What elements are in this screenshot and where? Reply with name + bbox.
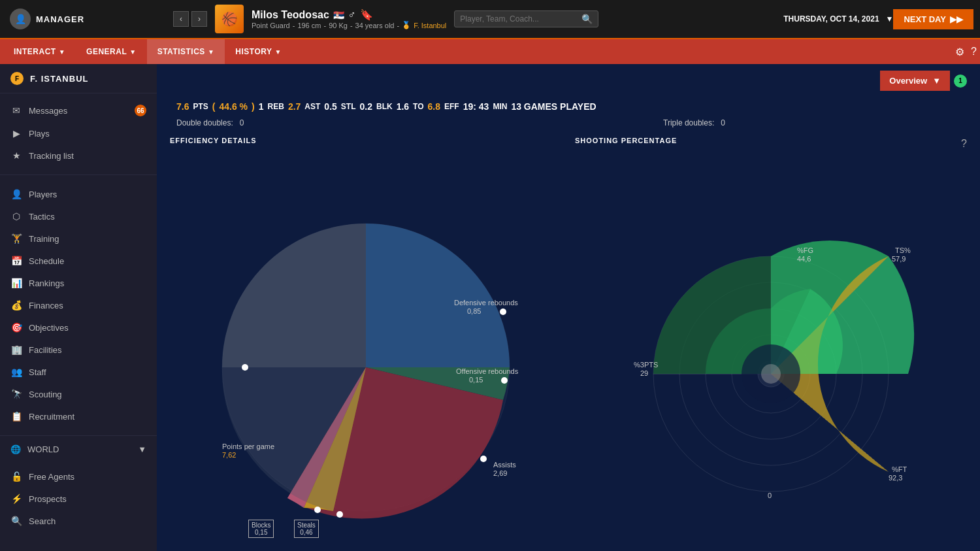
world-label: WORLD (27, 444, 59, 454)
svg-text:2,69: 2,69 (493, 469, 507, 477)
svg-text:57,9: 57,9 (892, 255, 906, 263)
player-team[interactable]: F. Istanbul (414, 22, 446, 29)
sidebar-item-scouting[interactable]: 🔭 Scouting (0, 383, 157, 405)
prev-arrow[interactable]: ‹ (173, 11, 189, 27)
svg-text:0,85: 0,85 (467, 307, 481, 315)
tab-general[interactable]: GENERAL ▼ (76, 39, 147, 64)
sidebar-item-messages[interactable]: ✉ Messages 66 (0, 99, 157, 122)
sidebar-item-plays[interactable]: ▶ Plays (0, 122, 157, 144)
svg-text:29: 29 (640, 369, 648, 377)
next-arrow[interactable]: › (191, 11, 207, 27)
efficiency-chart: Points per game 7,62 Defensive rebounds … (170, 151, 562, 544)
svg-point-29 (761, 364, 781, 384)
svg-text:92,3: 92,3 (889, 474, 902, 482)
sidebar-team[interactable]: F F. ISTANBUL (0, 64, 157, 93)
schedule-icon: 📅 (10, 256, 22, 266)
svg-text:0,15: 0,15 (469, 376, 483, 384)
svg-text:44,6: 44,6 (797, 255, 811, 263)
tactics-icon: ⬡ (10, 211, 22, 222)
sidebar-item-search[interactable]: 🔍 Search (0, 510, 157, 532)
sidebar-item-players[interactable]: 👤 Players (0, 183, 157, 205)
next-day-arrow-icon: ▶▶ (950, 14, 963, 24)
shooting-title: SHOOTING PERCENTAGE (575, 137, 677, 144)
sidebar-item-tracking[interactable]: ★ Tracking list (0, 144, 157, 167)
svg-text:Assists: Assists (493, 461, 516, 469)
shooting-help-icon[interactable]: ? (961, 138, 967, 150)
settings-icon[interactable]: ⚙ (955, 46, 964, 58)
charts-section: EFFICIENCY DETAILS (157, 130, 980, 551)
recruitment-icon: 📋 (10, 411, 22, 422)
overview-label: Overview (889, 76, 927, 86)
sidebar-item-training[interactable]: 🏋 Training (0, 227, 157, 250)
search-input[interactable] (460, 14, 578, 24)
help-icon[interactable]: ? (971, 46, 977, 58)
search-bar[interactable]: 🔍 (454, 10, 598, 27)
player-flag: 🇷🇸 (333, 10, 344, 20)
sidebar-label-scouting: Scouting (29, 390, 62, 399)
svg-point-2 (500, 309, 506, 315)
date-section: THURSDAY, OCT 14, 2021 ▼ (783, 14, 893, 24)
triple-doubles-label: Triple doubles: (663, 118, 714, 127)
sidebar-item-finances[interactable]: 💰 Finances (0, 294, 157, 316)
tracking-icon: ★ (10, 150, 22, 161)
world-left: 🌐 WORLD (10, 444, 59, 454)
content-area: Overview ▼ 1 7.6 PTS (44.6 %) 1 REB 2.7 … (157, 64, 980, 551)
efficiency-title: EFFICIENCY DETAILS (170, 137, 562, 144)
sidebar-item-objectives[interactable]: 🎯 Objectives (0, 316, 157, 339)
plays-icon: ▶ (10, 128, 22, 139)
objectives-icon: 🎯 (10, 322, 22, 333)
sidebar-label-players: Players (29, 190, 57, 199)
sidebar-label-tactics: Tactics (29, 212, 55, 222)
sidebar-label-objectives: Objectives (29, 323, 69, 333)
sidebar-item-staff[interactable]: 👥 Staff (0, 361, 157, 383)
shooting-svg: %FG 44,6 TS% 57,9 %3PTS 29 %FT 92,3 0 (608, 191, 934, 505)
stats-row: 7.6 PTS (44.6 %) 1 REB 2.7 AST 0.5 STL 0… (157, 97, 980, 116)
search-sidebar-icon: 🔍 (10, 516, 22, 526)
svg-text:Points per game: Points per game (222, 442, 274, 450)
sidebar-label-staff: Staff (29, 367, 46, 377)
sidebar-item-rankings[interactable]: 📊 Rankings (0, 272, 157, 294)
manager-label: MANAGER (36, 14, 84, 24)
date-dropdown-icon[interactable]: ▼ (886, 14, 894, 24)
shooting-panel: SHOOTING PERCENTAGE ? (575, 137, 967, 544)
svg-text:0: 0 (768, 492, 772, 499)
content-header: Overview ▼ 1 (157, 64, 980, 97)
double-doubles-label: Double doubles: (176, 118, 233, 127)
sidebar-item-prospects[interactable]: ⚡ Prospects (0, 488, 157, 510)
sidebar-item-free-agents[interactable]: 🔓 Free Agents (0, 465, 157, 488)
sidebar-item-recruitment[interactable]: 📋 Recruitment (0, 405, 157, 427)
svg-point-6 (336, 511, 343, 518)
shooting-chart: %FG 44,6 TS% 57,9 %3PTS 29 %FT 92,3 0 (575, 151, 967, 544)
tab-interact[interactable]: INTERACT ▼ (3, 39, 76, 64)
sidebar-world-section[interactable]: 🌐 WORLD ▼ (0, 439, 157, 460)
free-agents-icon: 🔓 (10, 471, 22, 482)
svg-text:TS%: TS% (895, 246, 911, 254)
sidebar-item-schedule[interactable]: 📅 Schedule (0, 250, 157, 272)
training-icon: 🏋 (10, 233, 22, 244)
team-badge: F (10, 72, 24, 85)
double-doubles-value: 0 (240, 118, 244, 127)
players-icon: 👤 (10, 189, 22, 199)
sidebar-item-tactics[interactable]: ⬡ Tactics (0, 205, 157, 227)
tab-statistics[interactable]: STATISTICS ▼ (147, 39, 225, 64)
efficiency-panel: EFFICIENCY DETAILS (170, 137, 562, 544)
manager-avatar: 👤 (10, 8, 31, 29)
sidebar-label-free-agents: Free Agents (29, 472, 74, 482)
sidebar-label-search: Search (29, 516, 56, 526)
stat-pts: 7.6 (176, 101, 189, 112)
tab-history[interactable]: HISTORY ▼ (225, 39, 292, 64)
search-icon: 🔍 (581, 14, 593, 24)
svg-point-5 (314, 507, 321, 513)
messages-icon: ✉ (10, 105, 22, 116)
player-info: Milos Teodosac 🇷🇸 ♂ 🔖 Point Guard - 196 … (252, 8, 446, 29)
nav-arrows: ‹ › (173, 11, 207, 27)
overview-dropdown[interactable]: Overview ▼ (880, 71, 950, 91)
sidebar-item-facilities[interactable]: 🏢 Facilities (0, 339, 157, 361)
next-day-button[interactable]: NEXT DAY ▶▶ (893, 9, 973, 29)
sidebar-label-finances: Finances (29, 301, 63, 310)
sidebar-label-prospects: Prospects (29, 494, 67, 504)
team-name: F. ISTANBUL (30, 74, 88, 84)
world-icon: 🌐 (10, 444, 21, 454)
svg-point-1 (242, 364, 248, 371)
player-avatar: 🏀 (215, 5, 244, 33)
